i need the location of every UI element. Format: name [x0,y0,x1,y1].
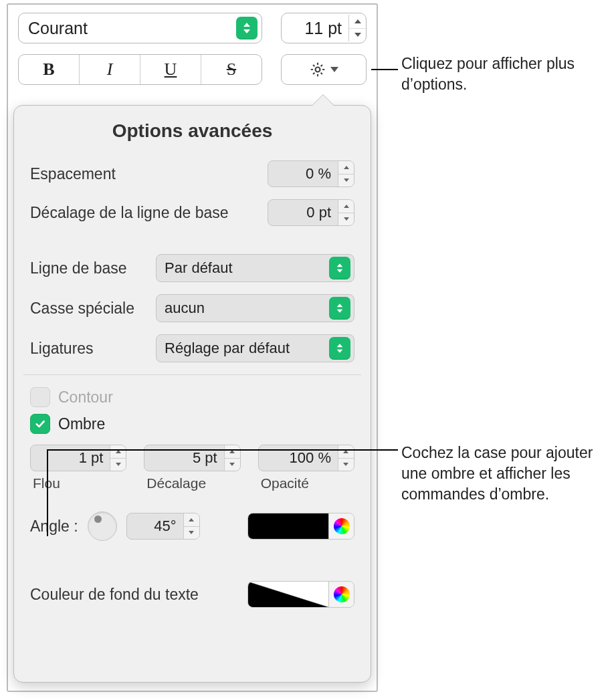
spacing-value: 0 % [268,165,338,183]
baseline-value: Par défaut [157,259,329,277]
callout-gear: Cliquez pour afficher plus d’options. [401,53,602,95]
angle-dial[interactable] [88,511,117,541]
color-picker-button[interactable] [328,513,354,539]
shadow-opacity-label: Opacité [258,475,354,491]
ligatures-value: Réglage par défaut [157,340,329,357]
text-bg-color-well[interactable] [247,581,354,608]
callout-leader [47,449,398,451]
callout-shadow: Cochez la case pour ajouter une ombre et… [401,443,602,505]
callout-leader [371,69,398,70]
ligatures-label: Ligatures [30,340,156,358]
svg-point-0 [316,68,320,72]
popover-title: Options avancées [30,120,354,142]
angle-label: Angle : [30,517,78,536]
color-wheel-icon [334,586,350,602]
dial-indicator [94,515,102,523]
ligatures-select[interactable]: Réglage par défaut [156,334,354,362]
callout-leader [47,449,48,536]
baseline-select[interactable]: Par défaut [156,254,354,282]
stepper-icon [338,200,354,225]
divider [23,374,361,375]
shadow-color-well[interactable] [247,513,354,540]
angle-value: 45° [127,517,183,535]
spacing-label: Espacement [30,165,268,183]
advanced-options-popover: Options avancées Espacement 0 % Décalage… [13,105,371,683]
shadow-offset-value: 5 pt [144,449,223,467]
caps-select[interactable]: aucun [156,294,354,322]
outline-label: Contour [58,388,113,406]
baseline-shift-label: Décalage de la ligne de base [30,204,268,222]
shadow-checkbox[interactable] [30,414,50,434]
text-style-segmented: B I U S [18,54,262,85]
font-size-stepper[interactable]: 11 pt [281,13,367,43]
color-wheel-icon [334,518,350,534]
caps-value: aucun [157,300,329,317]
caps-label: Casse spéciale [30,300,156,318]
dropdown-icon [329,337,350,360]
shadow-offset-stepper[interactable]: 5 pt [144,445,240,471]
shadow-blur-value: 1 pt [31,449,110,467]
italic-button[interactable]: I [80,55,140,84]
gear-icon [309,61,326,78]
color-picker-button[interactable] [328,582,354,607]
bold-button[interactable]: B [19,55,80,84]
text-bg-color-label: Couleur de fond du texte [30,586,247,604]
angle-stepper[interactable]: 45° [126,513,200,540]
shadow-blur-label: Flou [30,475,126,491]
shadow-offset-label: Décalage [144,475,240,491]
check-icon [34,418,46,430]
chevron-down-icon [330,67,338,72]
spacing-stepper[interactable]: 0 % [268,160,354,187]
shadow-blur-stepper[interactable]: 1 pt [30,445,126,471]
shadow-label: Ombre [58,415,105,433]
strikethrough-button[interactable]: S [201,55,262,84]
baseline-shift-value: 0 pt [268,204,338,221]
shadow-opacity-value: 100 % [259,449,338,467]
underline-button[interactable]: U [140,55,201,84]
inspector-panel: Courant 11 pt B I U S [7,3,378,692]
font-size-value: 11 pt [282,19,348,38]
font-family-select[interactable]: Courant [18,13,262,43]
baseline-shift-stepper[interactable]: 0 pt [268,199,354,226]
stepper-icon [348,15,366,41]
baseline-label: Ligne de base [30,259,156,277]
text-bg-color-swatch [248,582,328,607]
font-controls: Courant 11 pt B I U S [8,5,377,85]
font-family-value: Courant [19,19,236,38]
outline-checkbox[interactable] [30,387,50,407]
stepper-icon [183,513,199,539]
dropdown-icon [329,297,350,320]
dropdown-icon [329,257,350,279]
stepper-icon [338,161,354,187]
advanced-options-button[interactable] [281,54,367,85]
shadow-color-swatch [248,513,328,539]
dropdown-icon [236,17,258,39]
shadow-opacity-stepper[interactable]: 100 % [258,445,354,471]
